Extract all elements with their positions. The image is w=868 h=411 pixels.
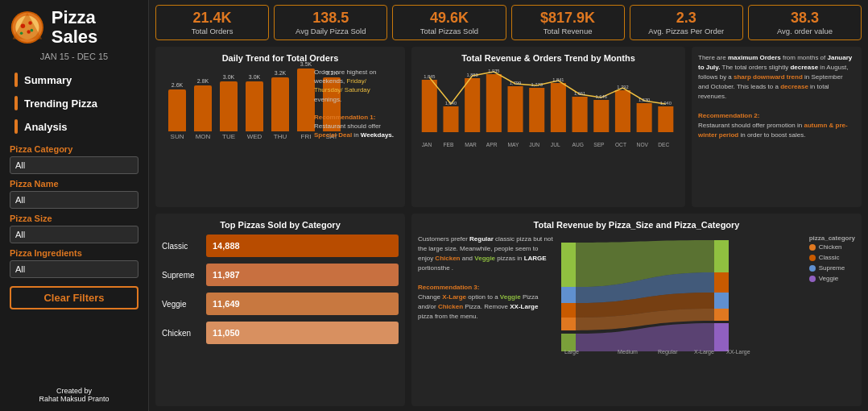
- rec1-text-prefix: Restaurant should offer: [314, 122, 381, 130]
- sankey-legend: pizza_category Chicken Classic Supreme: [809, 235, 855, 284]
- nav-analysis-label: Analysis: [24, 121, 67, 133]
- revenue-trend-chart: Total Revenue & Orders Trend by Months J…: [411, 47, 685, 207]
- nav-analysis[interactable]: Analysis: [10, 116, 138, 137]
- created-by-label: Created by: [10, 387, 138, 395]
- charts-row2: Top Pizzas Sold by Category Classic 14,8…: [155, 214, 862, 406]
- filter-size-select[interactable]: All: [10, 226, 138, 243]
- svg-text:1,841: 1,841: [552, 77, 564, 82]
- svg-rect-46: [561, 287, 576, 303]
- svg-rect-53: [714, 309, 729, 321]
- svg-rect-10: [443, 106, 458, 132]
- svg-point-6: [27, 30, 31, 34]
- legend-veggie: Veggie: [809, 275, 855, 282]
- svg-text:JUL: JUL: [551, 142, 560, 147]
- bar-group-tue: 3.0K TUE: [220, 74, 238, 140]
- svg-point-8: [31, 29, 34, 32]
- nav-trending-label: Trending Pizza: [24, 98, 97, 110]
- nav-bar-trending: [14, 96, 18, 110]
- bar-label-tue: TUE: [222, 133, 235, 140]
- filter-ingredients-select[interactable]: All: [10, 260, 138, 278]
- svg-rect-15: [551, 83, 566, 132]
- kpi-pizzas-per-order: 2.3 Avg. Pizzas Per Order: [630, 5, 743, 40]
- bar-label-fri: FRI: [301, 133, 312, 140]
- svg-text:1,792: 1,792: [617, 85, 628, 89]
- rec2-text: Restaurant should offer promotion in aut…: [698, 122, 848, 139]
- svg-text:DEC: DEC: [658, 142, 669, 147]
- nav-summary-label: Summary: [24, 74, 72, 86]
- svg-rect-12: [486, 74, 502, 132]
- svg-rect-18: [615, 90, 630, 132]
- charts-row1: Daily Trend for Total Orders 2.6K SUN 2.…: [155, 47, 862, 207]
- daily-trend-chart: Daily Trend for Total Orders 2.6K SUN 2.…: [155, 47, 405, 207]
- svg-text:JAN: JAN: [422, 142, 432, 147]
- bar-wed: [246, 81, 263, 131]
- sidebar-subtitle: JAN 15 - DEC 15: [10, 52, 138, 61]
- nav-summary[interactable]: Summary: [10, 69, 138, 90]
- pizza-bar-row-2: Veggie 11,649: [162, 293, 399, 315]
- pizza-bar-row-0: Classic 14,888: [162, 235, 399, 257]
- svg-text:JUN: JUN: [529, 142, 539, 147]
- pizza-bar-row-3: Chicken 11,050: [162, 322, 399, 344]
- bar-thu: [271, 77, 289, 131]
- kpi-row: 21.4K Total Orders 138.5 Avg Daily Pizza…: [155, 5, 862, 40]
- revenue-svg: JAN FEB MAR APR MAY JUN JUL AUG SEP OCT …: [418, 68, 679, 148]
- pizza-bar-label-3: Chicken: [162, 329, 206, 338]
- legend-chicken: Chicken: [809, 243, 855, 251]
- svg-text:FEB: FEB: [443, 142, 453, 147]
- revenue-trend-title: Total Revenue & Orders Trend by Months: [418, 53, 679, 63]
- svg-text:OCT: OCT: [615, 142, 627, 147]
- svg-text:1,630: 1,630: [639, 98, 651, 102]
- logo-area: Pizza Sales: [10, 8, 138, 47]
- filter-category-select[interactable]: All: [10, 156, 138, 174]
- svg-text:SEP: SEP: [593, 142, 605, 147]
- svg-rect-47: [561, 303, 576, 318]
- filter-name-select[interactable]: All: [10, 191, 138, 209]
- sankey-svg: Large Medium Regular X-Large XX-Large: [561, 239, 754, 355]
- nav-bar-analysis: [14, 119, 18, 134]
- bar-value-fri: 3.5K: [300, 61, 312, 67]
- pizza-bar-value-3: 11,050: [213, 328, 240, 338]
- svg-text:1,853: 1,853: [467, 73, 478, 77]
- legend-supreme: Supreme: [809, 264, 855, 272]
- filter-category-label: Pizza Category: [10, 144, 138, 154]
- top-pizzas-title: Top Pizzas Sold by Category: [162, 220, 399, 230]
- kpi-total-revenue: $817.9K Total Revenue: [511, 5, 625, 40]
- filter-section: Pizza Category All Pizza Name All Pizza …: [10, 144, 138, 283]
- bar-mon: [194, 85, 212, 131]
- rec2-label: Recommendation 2:: [698, 112, 759, 119]
- kpi-avg-daily-label: Avg Daily Pizza Sold: [281, 27, 380, 35]
- svg-point-7: [20, 32, 23, 35]
- svg-point-4: [21, 24, 25, 28]
- svg-rect-9: [422, 80, 437, 132]
- kpi-avg-daily-value: 138.5: [281, 10, 380, 27]
- revenue-insight-box: There are maximum Orders from months of …: [692, 47, 862, 207]
- legend-veggie-label: Veggie: [819, 275, 838, 282]
- nav-bar-summary: [14, 73, 18, 87]
- bar-group-wed: 3.0K WED: [246, 74, 263, 140]
- sankey-chart: Total Revenue by Pizza_Size and Pizza_Ca…: [411, 214, 862, 406]
- rec1-label: Recommendation 1:: [314, 114, 375, 121]
- sidebar: Pizza Sales JAN 15 - DEC 15 Summary Tren…: [0, 0, 149, 411]
- bar-group-sun: 2.6K SUN: [168, 82, 186, 140]
- filter-ingredients-label: Pizza Ingredients: [10, 248, 138, 258]
- pizza-bar-label-1: Supreme: [162, 271, 206, 280]
- svg-text:1,040: 1,040: [445, 101, 457, 106]
- nav-trending[interactable]: Trending Pizza: [10, 93, 138, 114]
- svg-text:Large: Large: [564, 349, 579, 355]
- legend-classic: Classic: [809, 254, 855, 261]
- bar-sun: [168, 89, 186, 131]
- kpi-avg-order-value-label: Avg. order value: [755, 27, 854, 35]
- kpi-total-revenue-value: $817.9K: [519, 10, 618, 27]
- rec3-label: Recommendation 3:: [418, 284, 479, 291]
- sankey-note: Customers prefer Regular classic pizza b…: [418, 235, 555, 398]
- pizza-bar-label-0: Classic: [162, 242, 206, 251]
- pizza-bar-track-1: 11,987: [206, 264, 399, 286]
- kpi-total-pizzas-value: 49.6K: [399, 10, 498, 27]
- legend-supreme-label: Supreme: [819, 264, 845, 272]
- svg-text:AUG: AUG: [572, 142, 584, 147]
- created-by-name: Rahat Maksud Pranto: [10, 395, 138, 403]
- sankey-title: Total Revenue by Pizza_Size and Pizza_Ca…: [418, 220, 855, 230]
- bar-value-mon: 2.8K: [197, 78, 209, 84]
- svg-rect-11: [465, 78, 480, 132]
- clear-filters-button[interactable]: Clear Filters: [10, 286, 138, 309]
